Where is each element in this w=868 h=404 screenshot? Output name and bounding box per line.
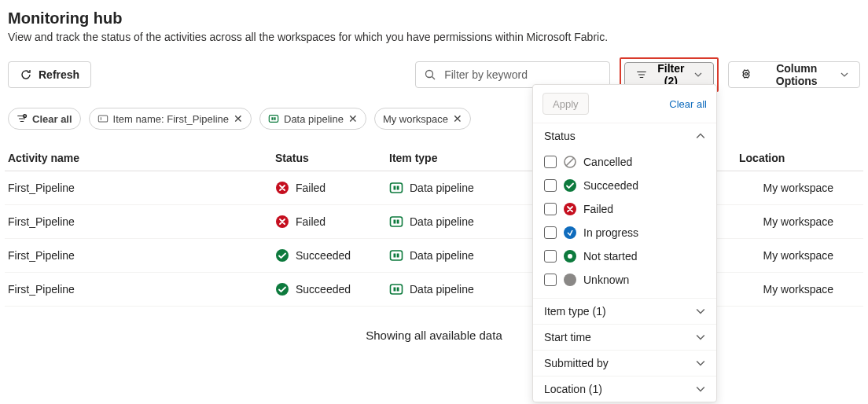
- page-title: Monitoring hub: [8, 9, 863, 28]
- svg-rect-23: [394, 288, 396, 292]
- filter-option-unknown[interactable]: Unknown: [544, 268, 705, 292]
- svg-rect-14: [391, 217, 403, 226]
- svg-point-17: [276, 249, 289, 262]
- toolbar: Refresh Filter (2) Column Options: [5, 57, 863, 92]
- svg-rect-7: [271, 117, 273, 120]
- status-icon: [275, 282, 289, 296]
- status-text: Failed: [296, 215, 326, 228]
- filter-chips: Clear all Item name: First_Pipeline ✕ Da…: [5, 108, 863, 130]
- filter-panel: Apply Clear all Status CancelledSucceede…: [532, 84, 717, 351]
- checkbox[interactable]: [544, 250, 557, 263]
- col-activity[interactable]: Activity name: [8, 152, 275, 164]
- table-row[interactable]: First_PipelineFailedData pipeline4:15 PM…: [5, 205, 863, 239]
- table-row[interactable]: First_PipelineFailedData pipeline3:40 PM…: [5, 171, 863, 205]
- col-status[interactable]: Status: [275, 152, 389, 164]
- status-icon: [275, 181, 289, 195]
- activities-table: Activity name Status Item type Start tim…: [5, 145, 863, 307]
- close-icon[interactable]: ✕: [234, 112, 243, 125]
- chevron-down-icon: [696, 307, 705, 316]
- checkbox[interactable]: [544, 156, 557, 168]
- checkbox[interactable]: [544, 226, 557, 239]
- checkbox[interactable]: [544, 203, 557, 215]
- cell-activity: First_Pipeline: [8, 249, 275, 262]
- filter-option-failed[interactable]: Failed: [544, 197, 705, 221]
- svg-line-1: [432, 77, 436, 80]
- svg-point-27: [564, 179, 576, 192]
- status-icon: [275, 248, 289, 263]
- search-icon: [424, 68, 436, 81]
- cell-status: Failed: [275, 181, 389, 195]
- chip-label: Item name: First_Pipeline: [113, 113, 229, 125]
- filter-option-label: Unknown: [583, 274, 629, 286]
- filter-option-cancelled[interactable]: Cancelled: [544, 150, 705, 174]
- clear-all-label: Clear all: [32, 113, 72, 125]
- svg-rect-8: [274, 117, 275, 120]
- svg-point-31: [568, 254, 572, 259]
- filter-icon: [636, 69, 647, 80]
- svg-point-0: [426, 71, 433, 78]
- status-icon: [563, 202, 577, 216]
- cell-item-type: Data pipeline: [389, 248, 535, 263]
- status-icon: [563, 155, 577, 169]
- panel-section-submitted-by[interactable]: Submitted by: [533, 350, 716, 351]
- panel-section-status-label: Status: [544, 130, 576, 142]
- svg-point-29: [564, 226, 576, 239]
- cell-location: My workspace: [739, 215, 865, 228]
- refresh-button[interactable]: Refresh: [8, 61, 91, 88]
- chevron-down-icon: [840, 71, 848, 79]
- cell-activity: First_Pipeline: [8, 182, 275, 194]
- close-icon[interactable]: ✕: [453, 112, 462, 125]
- chevron-down-icon: [694, 71, 702, 79]
- chip-item-name[interactable]: Item name: First_Pipeline ✕: [89, 108, 252, 130]
- cell-item-type: Data pipeline: [389, 181, 535, 195]
- refresh-label: Refresh: [39, 68, 79, 81]
- search-input[interactable]: [443, 68, 601, 82]
- cell-status: Succeeded: [275, 248, 389, 263]
- checkbox[interactable]: [544, 179, 557, 192]
- chip-my-workspace[interactable]: My workspace ✕: [374, 108, 471, 130]
- filter-option-inprogress[interactable]: In progress: [544, 221, 705, 244]
- item-type-text: Data pipeline: [410, 182, 474, 194]
- filter-option-notstarted[interactable]: Not started: [544, 244, 705, 268]
- item-type-text: Data pipeline: [410, 215, 474, 228]
- col-item-type[interactable]: Item type: [389, 152, 535, 164]
- cell-activity: First_Pipeline: [8, 283, 275, 296]
- cell-location: My workspace: [739, 182, 865, 194]
- panel-section-item-type-label: Item type (1): [544, 305, 606, 318]
- table-row[interactable]: First_PipelineSucceededData pipeline3:42…: [5, 239, 863, 273]
- checkbox[interactable]: [544, 274, 557, 286]
- panel-section-status[interactable]: Status: [533, 123, 716, 149]
- svg-rect-20: [397, 254, 399, 258]
- table-row[interactable]: First_PipelineSucceededData pipeline6:08…: [5, 273, 863, 307]
- clear-all-chip[interactable]: Clear all: [8, 108, 81, 130]
- status-icon: [563, 226, 577, 240]
- panel-clear-all[interactable]: Clear all: [669, 98, 707, 110]
- panel-section-start-time-label: Start time: [544, 331, 591, 343]
- page-subtitle: View and track the status of the activit…: [8, 31, 863, 43]
- cell-activity: First_Pipeline: [8, 215, 275, 228]
- svg-point-21: [276, 283, 289, 296]
- svg-rect-19: [394, 254, 396, 258]
- table-footer-message: Showing all available data: [5, 307, 863, 342]
- panel-section-start-time[interactable]: Start time: [533, 324, 716, 350]
- svg-rect-24: [397, 288, 399, 292]
- svg-rect-4: [98, 116, 107, 122]
- close-icon[interactable]: ✕: [348, 112, 358, 125]
- pipeline-icon: [389, 215, 403, 229]
- chip-label: Data pipeline: [284, 113, 344, 125]
- text-field-icon: [97, 113, 108, 124]
- chevron-up-icon: [696, 131, 705, 141]
- status-text: Failed: [296, 182, 326, 194]
- chip-data-pipeline[interactable]: Data pipeline ✕: [259, 108, 366, 130]
- column-options-button[interactable]: Column Options: [728, 61, 860, 88]
- svg-rect-18: [391, 251, 403, 260]
- svg-rect-16: [397, 220, 399, 224]
- cell-item-type: Data pipeline: [389, 282, 535, 296]
- svg-rect-6: [269, 116, 278, 123]
- pipeline-icon: [389, 181, 403, 195]
- pipeline-icon: [389, 282, 403, 296]
- apply-button[interactable]: Apply: [542, 93, 589, 115]
- filter-option-succeeded[interactable]: Succeeded: [544, 174, 705, 197]
- col-location[interactable]: Location: [739, 152, 865, 164]
- panel-section-item-type[interactable]: Item type (1): [533, 298, 716, 324]
